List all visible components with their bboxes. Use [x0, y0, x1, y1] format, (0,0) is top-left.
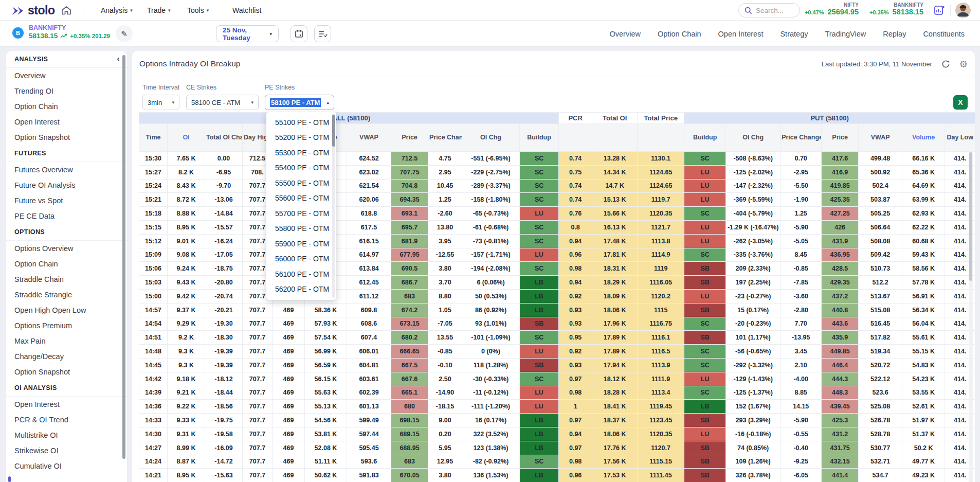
sidebar-item-future-vs-spot[interactable]: Future vs Spot — [6, 193, 127, 208]
menu-tools[interactable]: Tools▾ — [187, 0, 209, 21]
cell-pv: 49.23 K — [902, 469, 945, 482]
search-input[interactable]: Search... — [738, 3, 800, 17]
cell-cv: 50.62 K — [305, 469, 347, 482]
dropdown-scrollbar-thumb[interactable] — [332, 115, 335, 147]
pe-strike-option[interactable]: 56100 PE - OTM — [266, 266, 336, 282]
sidebar-item-option-snapshot[interactable]: Option Snapshot — [6, 364, 127, 380]
menu-analysis[interactable]: Analysis▾ — [101, 0, 133, 21]
cell-ct: -14.72 — [205, 455, 243, 469]
cell-cpc: 4.75 — [428, 152, 462, 166]
tab-strategy[interactable]: Strategy — [780, 30, 808, 38]
pe-strike-option[interactable]: 55300 PE - OTM — [266, 145, 336, 160]
sidebar-item-futures-overview[interactable]: Futures Overview — [6, 162, 127, 177]
cell-pb: LU — [684, 427, 726, 441]
cell-cw: 607.4 — [347, 331, 391, 345]
pe-strike-option[interactable]: 56000 PE - OTM — [266, 252, 336, 267]
gear-icon[interactable]: ⚙ — [959, 59, 968, 69]
sidebar-item-options-premium[interactable]: Options Premium — [6, 318, 127, 333]
watchlist-add-button[interactable] — [314, 25, 331, 42]
tab-overview[interactable]: Overview — [610, 30, 641, 38]
column-header-put-oi-chg: OI Chg — [726, 124, 781, 152]
tab-replay[interactable]: Replay — [883, 30, 906, 38]
pe-strike-option[interactable]: 55900 PE - OTM — [266, 236, 336, 252]
sidebar-item-straddle-chain[interactable]: Straddle Chain — [6, 272, 127, 287]
home-icon[interactable] — [61, 5, 72, 16]
cell-co: 9.18 K — [168, 372, 205, 386]
cell-cpc: 5.95 — [428, 441, 462, 455]
tab-open-interest[interactable]: Open Interest — [718, 30, 764, 38]
ce-strikes-select[interactable]: 58100 CE - ATM▾ — [186, 95, 259, 110]
pe-strike-option[interactable]: 55700 PE - OTM — [266, 206, 336, 221]
pe-strike-option[interactable]: 55600 PE - OTM — [266, 191, 336, 206]
cell-cpc: 1.25 — [428, 193, 462, 207]
chevron-left-icon[interactable]: ‹ — [117, 54, 120, 63]
cell-cdl: 469 — [273, 427, 305, 441]
sidebar-item-trending-oi[interactable]: Trending OI — [6, 83, 127, 99]
cell-toi: 18.06 K — [592, 303, 638, 317]
table-row: 15:009.42 K-20.74707.7469611.126838.8050… — [139, 289, 975, 303]
cell-cw: 617.5 — [347, 220, 391, 234]
pe-strike-option[interactable]: 56200 PE - OTM — [266, 282, 336, 297]
cell-pcr: 0.93 — [559, 358, 592, 372]
table-row: 14:399.21 K-18.44707.746955.63 K602.3966… — [139, 386, 975, 400]
active-item-indicator — [8, 476, 11, 482]
cell-cv: 58.36 K — [305, 303, 347, 317]
sidebar-item-open-high-open-low[interactable]: Open High Open Low — [6, 302, 127, 318]
brand-logo[interactable]: stolo — [11, 4, 55, 17]
cell-cb: LB — [520, 289, 559, 303]
pe-strikes-select[interactable]: 58100 PE - ATM▴ — [265, 95, 334, 110]
cell-coc: 123 (1.38%) — [462, 441, 520, 455]
time-interval-select[interactable]: 3min▾ — [142, 95, 179, 110]
column-header-put-volume[interactable]: Volume — [902, 124, 945, 152]
table-scrollbar[interactable] — [969, 151, 973, 482]
cell-pcr: 0.94 — [559, 276, 592, 290]
pe-strike-option[interactable]: 55800 PE - OTM — [266, 221, 336, 237]
pe-strike-option[interactable]: 55200 PE - OTM — [266, 130, 336, 146]
mid-header: PCR — [559, 113, 592, 124]
sidebar-item-option-snapshot[interactable]: Option Snapshot — [6, 130, 127, 145]
sidebar-item-max-pain[interactable]: Max Pain — [6, 333, 127, 349]
table-scrollbar-thumb[interactable] — [969, 152, 972, 281]
tab-option-chain[interactable]: Option Chain — [658, 30, 701, 38]
sidebar-item-strikewise-oi[interactable]: Strikewise OI — [6, 443, 127, 458]
sidebar-item-multistrike-oi[interactable]: Multistrike OI — [6, 427, 127, 443]
sidebar-item-change-decay[interactable]: Change/Decay — [6, 349, 127, 364]
sidebar-item-open-interest[interactable]: Open Interest — [6, 397, 127, 412]
sidebar-item-option-chain[interactable]: Option Chain — [6, 256, 127, 272]
tab-tradingview[interactable]: TradingView — [825, 30, 866, 38]
sidebar-item-overview[interactable]: Overview — [6, 68, 127, 83]
date-selector[interactable]: 25 Nov, Tuesday ▾ — [216, 25, 279, 42]
cell-t: 14:33 — [139, 414, 168, 427]
cell-toi: 17.89 K — [592, 331, 638, 345]
sidebar-item-future-oi-analysis[interactable]: Future OI Analysis — [6, 177, 127, 193]
tab-constituents[interactable]: Constituents — [923, 30, 965, 38]
menu-watchlist[interactable]: Watchlist — [232, 0, 261, 21]
calendar-button[interactable] — [291, 25, 307, 42]
pe-strike-option[interactable]: 55400 PE - OTM — [266, 160, 336, 176]
sidebar-item-cumulative-oi[interactable]: Cumulative OI — [6, 458, 127, 474]
sidebar-item-pe-ce-data[interactable]: PE CE Data — [6, 208, 127, 224]
column-header-call-oi[interactable]: OI — [168, 124, 205, 152]
cell-cdh: 707.7 — [243, 469, 273, 482]
sidebar-scrollbar[interactable] — [122, 55, 125, 459]
sidebar-item-straddle-strangle[interactable]: Straddle Strangle — [6, 287, 127, 302]
cell-pw: 532.71 — [859, 455, 902, 469]
sidebar-item-options-overview[interactable]: Options Overview — [6, 241, 127, 256]
chart-add-icon[interactable] — [934, 5, 945, 16]
table-row: 15:039.43 K-20.80707.7469612.45686.73.70… — [139, 276, 975, 290]
user-avatar[interactable] — [955, 3, 971, 18]
cell-cpc: 3.80 — [428, 262, 462, 276]
cell-cw: 616.15 — [347, 234, 391, 248]
menu-trade[interactable]: Trade▾ — [147, 0, 171, 21]
cell-pv: 59.43 K — [902, 248, 945, 262]
symbol-block[interactable]: BANKNIFTY 58138.15 +0.35% 201.29 — [29, 24, 110, 40]
sidebar-item-pcr-oi-trend[interactable]: PCR & OI Trend — [6, 412, 127, 427]
refresh-icon[interactable] — [941, 60, 950, 68]
sidebar-item-open-interest[interactable]: Open Interest — [6, 114, 127, 130]
edit-button[interactable]: ✎ — [116, 25, 133, 42]
pe-strike-option[interactable]: 55500 PE - OTM — [266, 175, 336, 191]
sidebar-item-option-chain[interactable]: Option Chain — [6, 99, 127, 114]
cell-toi: 18.41 K — [592, 400, 638, 414]
excel-export-button[interactable]: X — [953, 95, 968, 110]
pe-strike-option[interactable]: 55100 PE - OTM — [266, 115, 336, 130]
